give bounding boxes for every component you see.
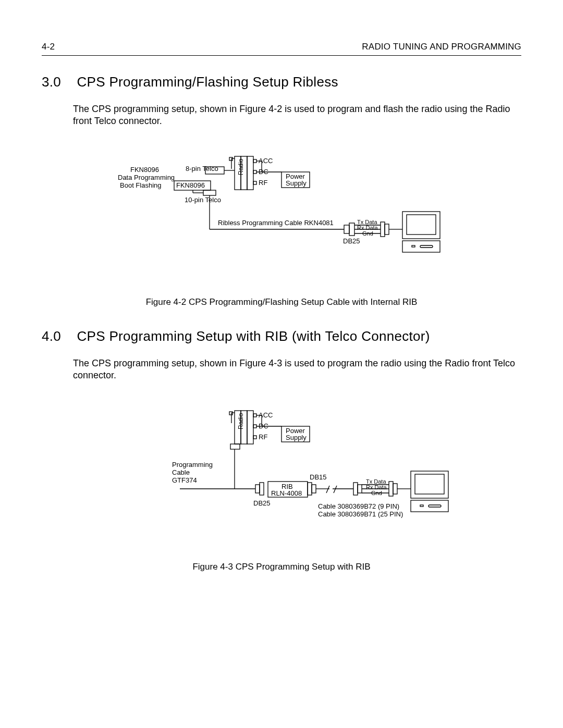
svg-rect-32 (420, 245, 433, 248)
rib-line2: RLN-4008 (271, 489, 302, 497)
progcable-line3: GTF374 (172, 476, 197, 484)
svg-rect-64 (411, 500, 448, 512)
svg-rect-47 (260, 483, 264, 495)
svg-rect-8 (253, 181, 256, 184)
db25-label-1: DB25 (343, 237, 360, 245)
svg-rect-31 (412, 245, 415, 247)
svg-rect-40 (253, 414, 256, 417)
svg-rect-42 (253, 436, 256, 439)
svg-line-53 (334, 486, 337, 493)
psu-1b: Supply (286, 179, 307, 187)
section-4-number: 4.0 (42, 328, 73, 344)
gnd-label-1: Gnd (362, 230, 373, 237)
dc-label-1: DC (259, 168, 268, 176)
svg-rect-2 (247, 156, 253, 190)
fkn-line2: Data Programming (118, 174, 175, 181)
acc-label-1: ACC (259, 157, 273, 165)
fkn-box-label: FKN8096 (176, 181, 205, 189)
svg-rect-49 (308, 483, 312, 495)
acc-label-2: ACC (259, 411, 273, 419)
document-page: 4-2 RADIO TUNING AND PROGRAMMING 3.0 CPS… (0, 0, 563, 728)
section-3-title: CPS Programming/Flashing Setup Ribless (77, 74, 338, 90)
diagram-4-3: Radio ACC DC RF Power Supply Programming… (99, 400, 464, 536)
svg-rect-65 (420, 505, 423, 507)
radio-label-1: Radio (237, 158, 244, 175)
gnd-label-2: Gnd (371, 490, 382, 496)
fkn-line1: FKN8096 (130, 166, 159, 174)
section-3-number: 3.0 (42, 74, 73, 90)
cable-25pin: Cable 3080369B71 (25 PIN) (318, 510, 403, 518)
svg-rect-61 (393, 484, 397, 494)
rf-label-1: RF (259, 179, 267, 187)
svg-rect-43 (230, 444, 240, 449)
svg-rect-63 (415, 474, 444, 494)
progcable-line1: Programming (172, 461, 213, 468)
figure-4-2: FKN8096 Data Programming Boot Flashing 8… (42, 146, 521, 271)
diagram-4-2: FKN8096 Data Programming Boot Flashing 8… (99, 146, 464, 271)
svg-rect-27 (385, 224, 389, 235)
db25-label-2: DB25 (253, 499, 271, 507)
svg-rect-29 (407, 215, 436, 235)
svg-line-52 (326, 486, 329, 493)
svg-rect-6 (253, 159, 256, 163)
page-number: 4-2 (42, 42, 55, 52)
section-4-title: CPS Programming Setup with RIB (with Tel… (77, 328, 430, 344)
svg-rect-60 (389, 482, 393, 496)
db15-label: DB15 (310, 473, 327, 481)
figure-4-3: Radio ACC DC RF Power Supply Programming… (42, 400, 521, 536)
svg-rect-30 (402, 241, 440, 252)
svg-rect-39 (229, 412, 232, 415)
svg-rect-46 (255, 485, 260, 493)
svg-rect-36 (247, 411, 253, 444)
eight-pin-label: 8-pin Telco (186, 165, 218, 172)
figure-4-3-caption: Figure 4-3 CPS Programming Setup with RI… (42, 562, 521, 572)
figure-4-2-caption: Figure 4-2 CPS Programming/Flashing Setu… (42, 297, 521, 307)
ribless-cable-label: Ribless Programming Cable RKN4081 (218, 219, 334, 227)
section-4-body: The CPS programming setup, shown in Figu… (73, 357, 521, 382)
page-header: 4-2 RADIO TUNING AND PROGRAMMING (42, 42, 521, 56)
chapter-title: RADIO TUNING AND PROGRAMMING (362, 42, 521, 52)
svg-rect-56 (358, 485, 362, 493)
svg-rect-21 (344, 225, 349, 233)
psu-2b: Supply (286, 434, 307, 441)
rf-label-2: RF (259, 433, 267, 441)
radio-label-2: Radio (237, 413, 244, 429)
svg-rect-12 (203, 190, 216, 195)
svg-rect-55 (353, 483, 358, 495)
svg-rect-66 (429, 505, 441, 507)
ten-pin-label: 10-pin Telco (185, 196, 221, 204)
section-3-body: The CPS programming setup, shown in Figu… (73, 103, 521, 128)
section-4-heading: 4.0 CPS Programming Setup with RIB (with… (42, 328, 521, 344)
svg-rect-22 (349, 223, 354, 236)
svg-rect-7 (253, 170, 256, 174)
svg-rect-41 (253, 425, 256, 428)
svg-rect-26 (381, 222, 385, 237)
cable-9pin: Cable 3080369B72 (9 PIN) (318, 502, 399, 510)
svg-rect-50 (312, 485, 316, 493)
fkn-line3: Boot Flashing (120, 181, 162, 189)
svg-rect-5 (229, 157, 232, 161)
dc-label-2: DC (259, 422, 268, 430)
progcable-line2: Cable (172, 468, 190, 476)
section-3-heading: 3.0 CPS Programming/Flashing Setup Rible… (42, 74, 521, 90)
